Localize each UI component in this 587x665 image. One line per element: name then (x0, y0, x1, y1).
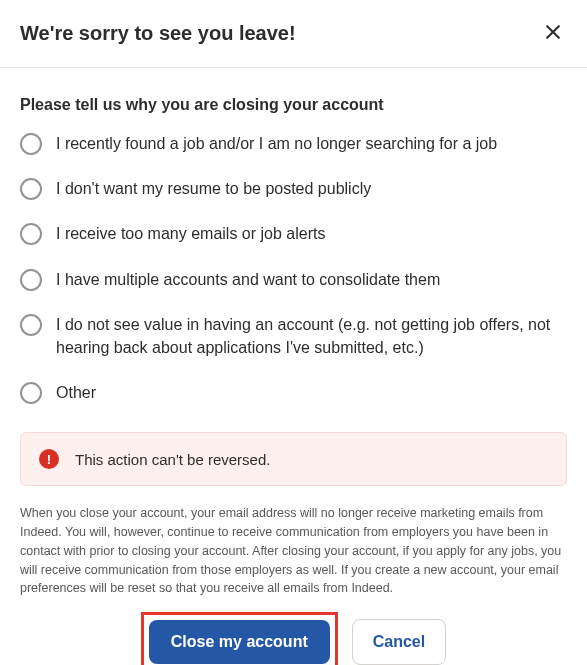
radio-label: I receive too many emails or job alerts (56, 222, 325, 245)
warning-text: This action can't be reversed. (75, 451, 270, 468)
radio-icon (20, 223, 42, 245)
cancel-button[interactable]: Cancel (352, 619, 446, 665)
close-button[interactable] (539, 18, 567, 49)
radio-icon (20, 133, 42, 155)
radio-icon (20, 269, 42, 291)
radio-option-resume-privacy[interactable]: I don't want my resume to be posted publ… (20, 177, 567, 200)
radio-label: I do not see value in having an account … (56, 313, 567, 359)
radio-option-other[interactable]: Other (20, 381, 567, 404)
close-icon (543, 22, 563, 45)
radio-option-too-many-emails[interactable]: I receive too many emails or job alerts (20, 222, 567, 245)
modal-title: We're sorry to see you leave! (20, 22, 296, 45)
radio-label: I recently found a job and/or I am no lo… (56, 132, 497, 155)
warning-banner: ! This action can't be reversed. (20, 432, 567, 486)
modal-header: We're sorry to see you leave! (0, 0, 587, 68)
radio-icon (20, 178, 42, 200)
warning-icon: ! (39, 449, 59, 469)
modal-body: Please tell us why you are closing your … (0, 68, 587, 665)
radio-label: I don't want my resume to be posted publ… (56, 177, 371, 200)
radio-icon (20, 314, 42, 336)
button-row: Close my account Cancel (20, 612, 567, 665)
close-account-button[interactable]: Close my account (149, 620, 330, 664)
radio-label: Other (56, 381, 96, 404)
radio-group: I recently found a job and/or I am no lo… (20, 132, 567, 404)
radio-option-found-job[interactable]: I recently found a job and/or I am no lo… (20, 132, 567, 155)
disclosure-text: When you close your account, your email … (20, 504, 567, 598)
radio-option-multiple-accounts[interactable]: I have multiple accounts and want to con… (20, 268, 567, 291)
highlight-box: Close my account (141, 612, 338, 665)
radio-option-no-value[interactable]: I do not see value in having an account … (20, 313, 567, 359)
radio-label: I have multiple accounts and want to con… (56, 268, 440, 291)
radio-icon (20, 382, 42, 404)
question-label: Please tell us why you are closing your … (20, 96, 567, 114)
